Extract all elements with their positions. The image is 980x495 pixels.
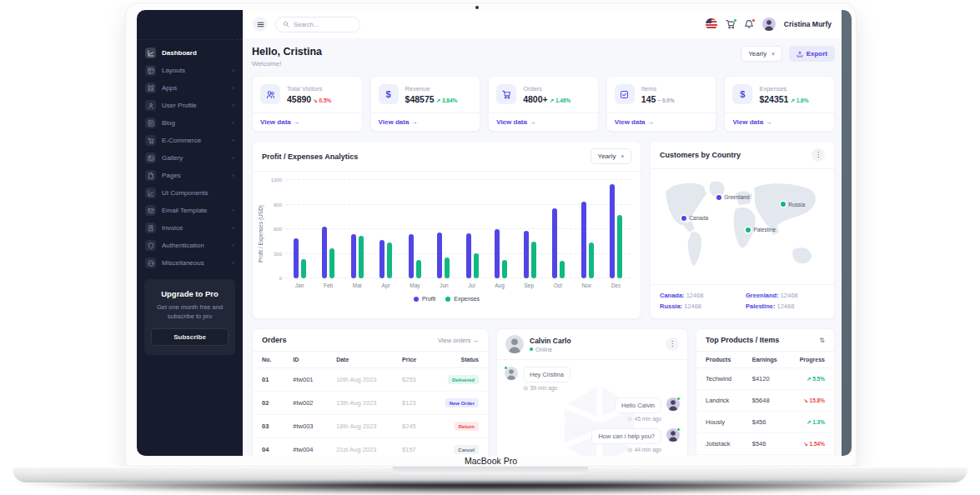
chat-kebab-menu-icon[interactable]: ⋮ — [666, 338, 679, 351]
screen: DashboardLayouts›Apps›User Profile›Blog›… — [137, 10, 852, 456]
chat-message: Hello Calvin — [505, 398, 680, 413]
stat-change: ↗ 1.6% — [790, 98, 808, 103]
period-select[interactable]: Yearly▾ — [741, 46, 781, 62]
map-marker-canada: Canada — [681, 215, 708, 221]
sidebar-item-label: Layouts — [162, 67, 185, 74]
profit-bar — [409, 234, 414, 278]
chevron-right-icon: › — [232, 208, 234, 214]
sidebar-item-label: Miscellaneous — [162, 259, 204, 267]
stat-change: ~ 0.0% — [657, 98, 674, 103]
x-tick: Dec — [611, 282, 621, 288]
sidebar-item-blog[interactable]: Blog› — [137, 114, 243, 132]
world-map-image — [657, 174, 827, 281]
bar-group-feb — [322, 180, 334, 278]
sort-icon[interactable]: ⇅ — [819, 337, 825, 344]
view-data-link[interactable]: View data → — [371, 112, 480, 131]
chat-avatar — [505, 335, 524, 353]
layout-icon — [145, 65, 156, 76]
box-icon — [615, 84, 635, 104]
profit-bar — [495, 229, 500, 278]
order-row-01: 01#tw00110th Aug 2023$253Delivered — [253, 368, 488, 392]
user-avatar[interactable] — [762, 18, 776, 31]
sidebar-item-miscellaneous[interactable]: Miscellaneous› — [137, 254, 243, 272]
us-flag-icon[interactable] — [706, 18, 717, 30]
export-button[interactable]: Export — [789, 46, 835, 62]
map-marker-greenland: Greenland — [716, 194, 749, 200]
dashboard-content: Hello, Cristina Welcome! Yearly▾ Export — [243, 38, 842, 456]
status-badge: New Order — [445, 398, 479, 408]
user-icon — [145, 100, 156, 111]
sidebar-item-authentication[interactable]: Authentication› — [137, 237, 243, 254]
profit-bar — [437, 232, 442, 278]
sidebar-item-dashboard[interactable]: Dashboard — [137, 44, 243, 62]
sidebar-item-label: UI Components — [162, 189, 209, 197]
expenses-bar — [589, 242, 594, 278]
x-tick: Sep — [524, 282, 534, 288]
chevron-right-icon: › — [232, 68, 234, 74]
sidebar-item-label: Apps — [162, 84, 177, 92]
stat-card-revenue: $Revenue$48575↗ 3.84%View data → — [370, 76, 481, 132]
sidebar-item-gallery[interactable]: Gallery› — [137, 149, 243, 167]
main-area: Cristina Murfy Hello, Cristina Welcome! … — [243, 10, 842, 456]
sidebar-item-ui-components[interactable]: UI Components — [137, 184, 243, 202]
sidebar-item-label: E-Commerce — [162, 137, 201, 144]
trackpad-notch — [392, 467, 588, 474]
search-box — [275, 17, 360, 32]
map-marker-palestine: Palestine — [746, 227, 776, 232]
sidebar-item-pages[interactable]: Pages› — [137, 167, 243, 184]
stat-label: Items — [641, 85, 675, 92]
expenses-bar — [560, 261, 565, 278]
sidebar-item-label: Authentication — [162, 242, 204, 249]
view-data-link[interactable]: View data → — [253, 112, 362, 131]
view-data-link[interactable]: View data → — [607, 112, 716, 131]
profit-bar — [294, 238, 299, 278]
view-data-link[interactable]: View data → — [725, 112, 834, 131]
order-row-04: 04#tw00421st Aug 2023$157Cancel — [253, 438, 488, 457]
sidebar-item-email-template[interactable]: Email Template› — [137, 202, 243, 219]
notifications-button[interactable] — [744, 19, 754, 29]
bar-group-sep — [524, 180, 536, 278]
sidebar-item-e-commerce[interactable]: E-Commerce› — [137, 132, 243, 149]
x-tick: Jan — [295, 282, 304, 288]
sidebar-item-invoice[interactable]: Invoice› — [137, 219, 243, 237]
message-bubble: How can i help you? — [591, 428, 661, 444]
bar-chart: 03006009001200 — [267, 180, 632, 278]
sidebar-item-label: Pages — [162, 172, 181, 179]
sidebar-item-label: Blog — [162, 119, 175, 127]
stat-label: Revenue — [405, 85, 458, 92]
cart-button[interactable] — [726, 19, 736, 29]
product-row-landrick: Landrick$5648↘ 15.8% — [696, 390, 834, 412]
analytics-title: Profit / Expenses Analytics — [262, 152, 358, 161]
search-input[interactable] — [294, 21, 353, 28]
sidebar-item-apps[interactable]: Apps› — [137, 79, 243, 97]
bar-group-dec — [610, 180, 622, 278]
expenses-bar — [359, 236, 364, 278]
country-stat-canada: Canada: 12468 — [660, 292, 739, 299]
kebab-menu-icon[interactable]: ⋮ — [812, 148, 825, 162]
page: DashboardLayouts›Apps›User Profile›Blog›… — [0, 0, 980, 495]
subscribe-button[interactable]: Subscribe — [151, 328, 229, 346]
analytics-period-select[interactable]: Yearly▾ — [591, 148, 631, 164]
stat-label: Total Visitors — [287, 85, 331, 92]
view-data-link[interactable]: View data → — [489, 112, 598, 131]
order-row-02: 02#tw00213th Aug 2023$123New Order — [253, 392, 488, 415]
x-tick: Oct — [554, 282, 562, 288]
products-col-products: Products — [696, 352, 743, 368]
macbook-base — [13, 467, 967, 482]
image-icon — [145, 152, 156, 163]
legend-profit: Profit — [414, 296, 435, 302]
chevron-down-icon: ▾ — [771, 51, 775, 58]
sidebar-item-user-profile[interactable]: User Profile› — [137, 97, 243, 114]
product-row-jobstack: Jobstack$546↘ 1.54% — [696, 433, 834, 455]
view-orders-link[interactable]: View orders → — [438, 337, 479, 344]
menu-toggle-button[interactable] — [253, 17, 268, 32]
status-badge: Delivered — [448, 375, 479, 384]
upload-icon — [797, 51, 803, 58]
progress-value: ↗ 5.5% — [807, 376, 825, 382]
sidebar-item-layouts[interactable]: Layouts› — [137, 62, 243, 79]
stat-card-items: Items145~ 0.0%View data → — [606, 76, 717, 132]
chat-status: Online — [530, 347, 571, 352]
stat-value: $24351↗ 1.6% — [759, 94, 808, 104]
chevron-down-icon: ▾ — [621, 153, 624, 160]
chat-avatar — [666, 428, 680, 442]
